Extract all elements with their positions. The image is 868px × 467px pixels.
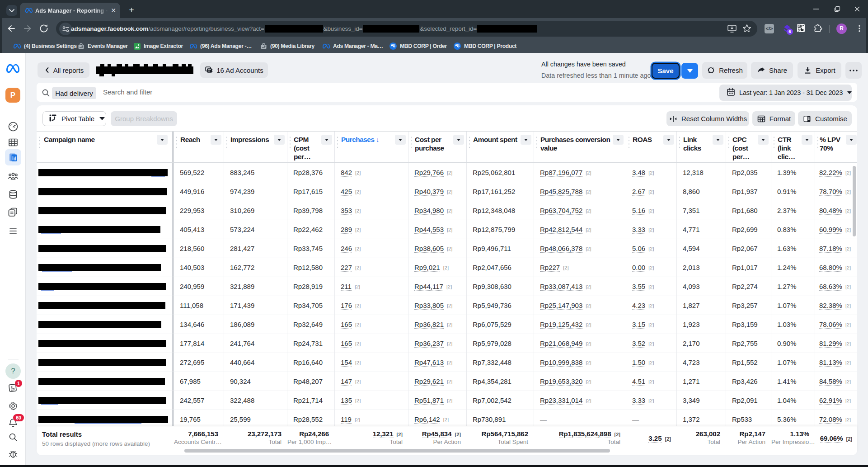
svg-text:mbc: mbc (455, 44, 460, 46)
svg-text:mbc: mbc (391, 44, 395, 46)
